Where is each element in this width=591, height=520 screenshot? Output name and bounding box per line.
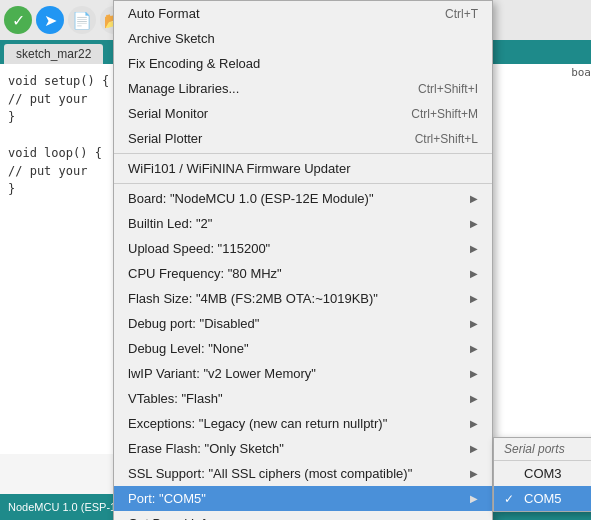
menu-item-label: VTables: "Flash": [128, 391, 223, 406]
menu-item-label: SSL Support: "All SSL ciphers (most comp…: [128, 466, 412, 481]
submenu-arrow-icon: ▶: [470, 343, 478, 354]
menu-separator: [114, 153, 492, 154]
submenu-arrow-icon: ▶: [470, 268, 478, 279]
menu-item-debug-port[interactable]: Debug port: "Disabled" ▶: [114, 311, 492, 336]
menu-item-debug-level[interactable]: Debug Level: "None" ▶: [114, 336, 492, 361]
menu-item-shortcut: Ctrl+Shift+M: [411, 107, 478, 121]
menu-separator: [114, 183, 492, 184]
menu-item-label: Debug Level: "None": [128, 341, 249, 356]
submenu-header: Serial ports: [494, 438, 591, 461]
menu-item-fix-encoding[interactable]: Fix Encoding & Reload: [114, 51, 492, 76]
menu-item-label: Erase Flash: "Only Sketch": [128, 441, 284, 456]
menu-item-label: Builtin Led: "2": [128, 216, 212, 231]
menu-item-flash-size[interactable]: Flash Size: "4MB (FS:2MB OTA:~1019KB)" ▶: [114, 286, 492, 311]
upload-button[interactable]: ➤: [36, 6, 64, 34]
menu-item-shortcut: Ctrl+Shift+L: [415, 132, 478, 146]
menu-item-shortcut: Ctrl+Shift+I: [418, 82, 478, 96]
menu-item-get-board-info[interactable]: Get Board Info: [114, 511, 492, 520]
submenu-arrow-icon: ▶: [470, 443, 478, 454]
menu-item-port[interactable]: Port: "COM5" ▶: [114, 486, 492, 511]
submenu-arrow-icon: ▶: [470, 193, 478, 204]
verify-button[interactable]: ✓: [4, 6, 32, 34]
menu-item-label: Manage Libraries...: [128, 81, 239, 96]
sketch-tab[interactable]: sketch_mar22: [4, 44, 103, 64]
menu-item-label: Serial Monitor: [128, 106, 208, 121]
menu-item-label: WiFi101 / WiFiNINA Firmware Updater: [128, 161, 350, 176]
menu-item-cpu-frequency[interactable]: CPU Frequency: "80 MHz" ▶: [114, 261, 492, 286]
submenu-arrow-icon: ▶: [470, 393, 478, 404]
submenu-arrow-icon: ▶: [470, 243, 478, 254]
tools-dropdown-menu: Auto Format Ctrl+T Archive Sketch Fix En…: [113, 0, 493, 520]
menu-item-label: Auto Format: [128, 6, 200, 21]
menu-item-label: lwIP Variant: "v2 Lower Memory": [128, 366, 316, 381]
check-icon: ✓: [504, 492, 518, 506]
menu-item-label: Board: "NodeMCU 1.0 (ESP-12E Module)": [128, 191, 374, 206]
menu-item-label: Debug port: "Disabled": [128, 316, 259, 331]
submenu-item-com3[interactable]: COM3: [494, 461, 591, 486]
submenu-arrow-icon: ▶: [470, 318, 478, 329]
submenu-item-label: COM3: [524, 466, 562, 481]
menu-item-shortcut: Ctrl+T: [445, 7, 478, 21]
menu-item-wifi-firmware[interactable]: WiFi101 / WiFiNINA Firmware Updater: [114, 156, 492, 181]
boa-text: boa: [571, 64, 591, 82]
submenu-arrow-icon: ▶: [470, 293, 478, 304]
submenu-item-com5[interactable]: ✓ COM5: [494, 486, 591, 511]
menu-item-label: Port: "COM5": [128, 491, 206, 506]
menu-item-archive-sketch[interactable]: Archive Sketch: [114, 26, 492, 51]
menu-item-label: Exceptions: "Legacy (new can return null…: [128, 416, 387, 431]
menu-item-board[interactable]: Board: "NodeMCU 1.0 (ESP-12E Module)" ▶: [114, 186, 492, 211]
submenu-arrow-icon: ▶: [470, 493, 478, 504]
submenu-item-label: COM5: [524, 491, 562, 506]
check-icon: [504, 467, 518, 481]
menu-item-label: Archive Sketch: [128, 31, 215, 46]
menu-item-manage-libraries[interactable]: Manage Libraries... Ctrl+Shift+I: [114, 76, 492, 101]
submenu-arrow-icon: ▶: [470, 418, 478, 429]
menu-item-serial-monitor[interactable]: Serial Monitor Ctrl+Shift+M: [114, 101, 492, 126]
new-button[interactable]: 📄: [68, 6, 96, 34]
menu-item-label: Serial Plotter: [128, 131, 202, 146]
menu-item-serial-plotter[interactable]: Serial Plotter Ctrl+Shift+L: [114, 126, 492, 151]
menu-item-ssl-support[interactable]: SSL Support: "All SSL ciphers (most comp…: [114, 461, 492, 486]
menu-item-exceptions[interactable]: Exceptions: "Legacy (new can return null…: [114, 411, 492, 436]
menu-item-label: Get Board Info: [128, 516, 213, 520]
submenu-arrow-icon: ▶: [470, 468, 478, 479]
menu-item-label: Upload Speed: "115200": [128, 241, 270, 256]
port-submenu: Serial ports COM3 ✓ COM5: [493, 437, 591, 512]
menu-item-builtin-led[interactable]: Builtin Led: "2" ▶: [114, 211, 492, 236]
menu-item-upload-speed[interactable]: Upload Speed: "115200" ▶: [114, 236, 492, 261]
menu-item-erase-flash[interactable]: Erase Flash: "Only Sketch" ▶: [114, 436, 492, 461]
submenu-arrow-icon: ▶: [470, 368, 478, 379]
menu-item-lwip-variant[interactable]: lwIP Variant: "v2 Lower Memory" ▶: [114, 361, 492, 386]
menu-item-vtables[interactable]: VTables: "Flash" ▶: [114, 386, 492, 411]
menu-item-label: Fix Encoding & Reload: [128, 56, 260, 71]
submenu-arrow-icon: ▶: [470, 218, 478, 229]
menu-item-auto-format[interactable]: Auto Format Ctrl+T: [114, 1, 492, 26]
menu-item-label: CPU Frequency: "80 MHz": [128, 266, 282, 281]
menu-item-label: Flash Size: "4MB (FS:2MB OTA:~1019KB)": [128, 291, 378, 306]
